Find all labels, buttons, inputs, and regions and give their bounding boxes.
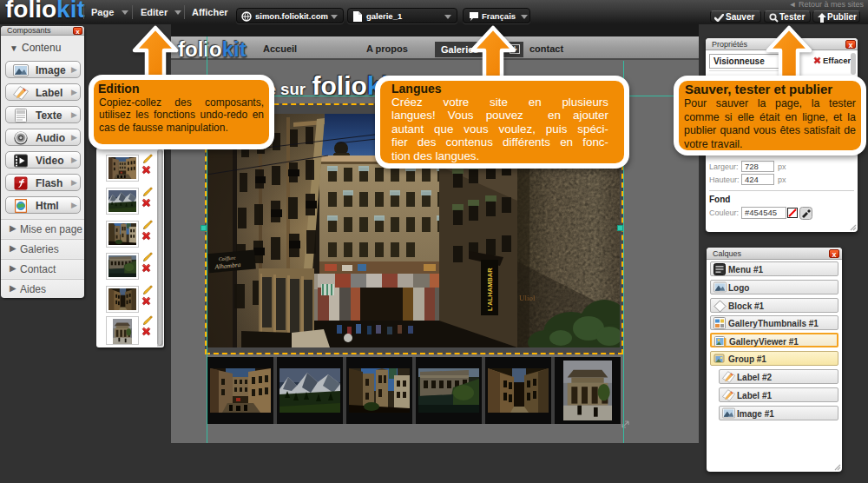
- svg-text:Uliol: Uliol: [519, 294, 536, 302]
- svg-text:L'ALHAMBAR: L'ALHAMBAR: [486, 268, 494, 311]
